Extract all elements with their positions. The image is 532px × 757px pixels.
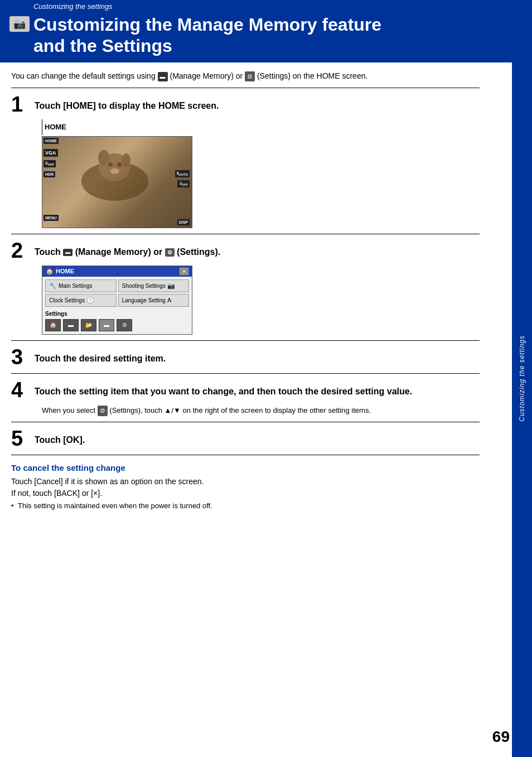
dialog-icon-btn-4[interactable]: ▬	[99, 319, 114, 331]
hdr-btn: HDR	[43, 171, 55, 177]
svg-point-6	[110, 168, 119, 174]
step-2-text: Touch ▬ (Manage Memory) or ⚙ (Settings).	[35, 240, 220, 258]
step-1-header: 1 Touch [HOME] to display the HOME scree…	[11, 94, 480, 115]
page-number: 69	[492, 728, 510, 746]
separator-2	[11, 340, 480, 341]
right-sidebar: Customizing the settings	[512, 0, 532, 757]
separator-4	[11, 422, 480, 422]
svg-point-5	[117, 162, 122, 167]
main-settings-button[interactable]: 🔧 Main Settings	[45, 279, 117, 292]
main-settings-icon: 🔧	[49, 282, 57, 290]
separator-5	[11, 455, 480, 455]
settings-icon-step4: ⚙	[98, 406, 108, 416]
dialog-icon-home: 🏠	[46, 268, 54, 275]
step-3: 3 Touch the desired setting item.	[11, 346, 480, 368]
step-3-number: 3	[11, 346, 29, 368]
camera-icon: 📷	[9, 16, 30, 32]
step-4-header: 4 Touch the setting item that you want t…	[11, 379, 480, 401]
menu-btn: MENU	[43, 215, 59, 221]
home-btn: HOME	[43, 138, 59, 144]
cancel-bullet: This setting is maintained even when the…	[11, 502, 480, 510]
shooting-settings-button[interactable]: Shooting Settings 📷	[118, 279, 190, 292]
step-5: 5 Touch [OK].	[11, 428, 480, 449]
cancel-text-1: Touch [Cancel] if it is shown as an opti…	[11, 476, 480, 488]
settings-icon-inline: ⚙	[245, 71, 255, 82]
cancel-text-2: If not, touch [BACK] or [×].	[11, 488, 480, 499]
svg-point-4	[108, 162, 113, 167]
svg-point-3	[122, 153, 130, 167]
step-1-text: Touch [HOME] to display the HOME screen.	[35, 94, 219, 112]
clock-settings-button[interactable]: Clock Settings 🕐	[45, 294, 117, 307]
dog-image: HOME VGA SOFF HDR MENU $AUTO JOFF DISP	[42, 137, 192, 228]
dialog-icon-btn-5[interactable]: ⚙	[117, 319, 132, 331]
intro-paragraph: You can change the default settings usin…	[11, 70, 480, 82]
svg-point-2	[98, 150, 109, 166]
step-4-number: 4	[11, 379, 29, 401]
header-icon-area: 📷	[6, 0, 33, 47]
step-3-text: Touch the desired setting item.	[35, 346, 166, 365]
manage-memory-icon-step2: ▬	[63, 249, 72, 257]
home-label-line	[42, 119, 42, 135]
step-4: 4 Touch the setting item that you want t…	[11, 379, 480, 416]
step-1: 1 Touch [HOME] to display the HOME scree…	[11, 94, 480, 228]
separator-3	[11, 373, 480, 374]
dialog-title-left: 🏠 HOME	[46, 268, 74, 275]
disp-btn: DISP	[177, 219, 190, 225]
language-setting-button[interactable]: Language Setting A	[118, 294, 190, 307]
header-bar: Customizing the settings	[0, 0, 532, 12]
step-5-number: 5	[11, 428, 29, 449]
jsoff-btn: JOFF	[177, 180, 190, 187]
dialog-close-button[interactable]: ×	[180, 268, 188, 275]
step-2: 2 Touch ▬ (Manage Memory) or ⚙ (Settings…	[11, 240, 480, 335]
dialog-titlebar: 🏠 HOME ×	[42, 266, 192, 277]
home-screen-container: HOME HOME VGA SOFF HDR MENU $AUTO JOFF D…	[42, 119, 480, 228]
step-5-text: Touch [OK].	[35, 428, 85, 446]
sauto-btn: $AUTO	[175, 170, 190, 177]
page-title: Customizing the Manage Memory feature an…	[0, 12, 532, 62]
language-icon: A	[167, 297, 171, 303]
dialog-icons-row: 🏠 ▬ 📂 ▬ ⚙	[42, 317, 192, 334]
step-5-header: 5 Touch [OK].	[11, 428, 480, 449]
dialog-icon-btn-2[interactable]: ▬	[63, 319, 79, 331]
step-3-header: 3 Touch the desired setting item.	[11, 346, 480, 368]
dialog-title-text: HOME	[56, 268, 74, 274]
soff-btn: SOFF	[43, 160, 56, 167]
category-label: Customizing the settings	[33, 2, 113, 11]
step-4-text: Touch the setting item that you want to …	[35, 379, 412, 398]
shooting-icon: 📷	[167, 282, 175, 290]
manage-memory-icon: ▬	[158, 72, 168, 81]
vga-btn: VGA	[43, 149, 58, 157]
separator-1	[11, 234, 480, 234]
dialog-button-grid: 🔧 Main Settings Shooting Settings 📷 Cloc…	[42, 277, 192, 310]
step-2-number: 2	[11, 240, 29, 261]
dialog-icon-btn-3[interactable]: 📂	[81, 319, 96, 331]
dialog-settings-label: Settings	[42, 310, 192, 317]
home-screen-image: HOME VGA SOFF HDR MENU $AUTO JOFF DISP	[42, 136, 192, 228]
separator-0	[11, 88, 480, 88]
sidebar-label: Customizing the settings	[518, 335, 526, 422]
step-1-number: 1	[11, 94, 29, 115]
dialog-icon-btn-1[interactable]: 🏠	[45, 319, 61, 331]
main-content: You can change the default settings usin…	[0, 62, 507, 518]
home-label: HOME	[42, 119, 480, 135]
settings-dialog: 🏠 HOME × 🔧 Main Settings Shooting Settin…	[42, 266, 192, 335]
step-4-subtext: When you select ⚙ (Settings), touch ▲/▼ …	[42, 405, 480, 416]
settings-icon-step2: ⚙	[165, 248, 175, 257]
dog-svg	[65, 148, 165, 204]
clock-icon: 🕐	[86, 297, 94, 304]
step-2-header: 2 Touch ▬ (Manage Memory) or ⚙ (Settings…	[11, 240, 480, 261]
cancel-title: To cancel the setting change	[11, 463, 480, 472]
cancel-section: To cancel the setting change Touch [Canc…	[11, 463, 480, 510]
